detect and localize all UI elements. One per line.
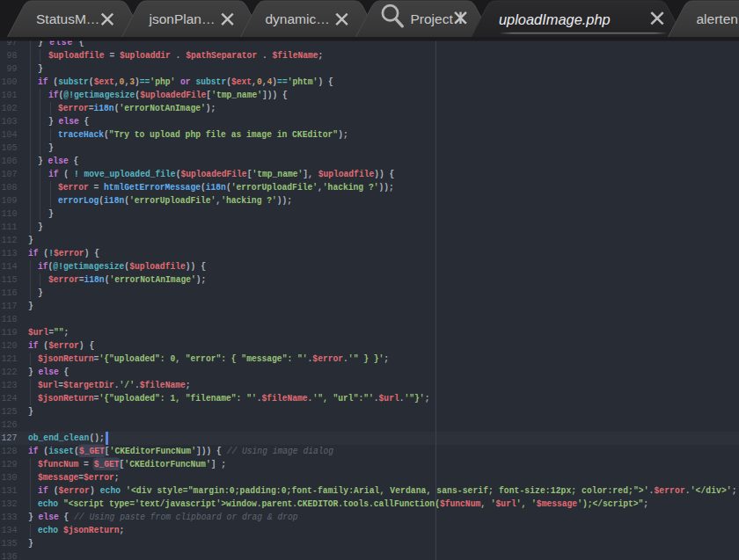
svg-text:alerten: alerten [697,11,738,26]
svg-text:dynamic…: dynamic… [266,11,330,26]
svg-text:Project: Project [411,11,454,26]
svg-text:jsonPlan…: jsonPlan… [149,11,216,26]
svg-text:uploadImage.php: uploadImage.php [499,11,611,27]
svg-text:StatusM…: StatusM… [36,11,99,26]
